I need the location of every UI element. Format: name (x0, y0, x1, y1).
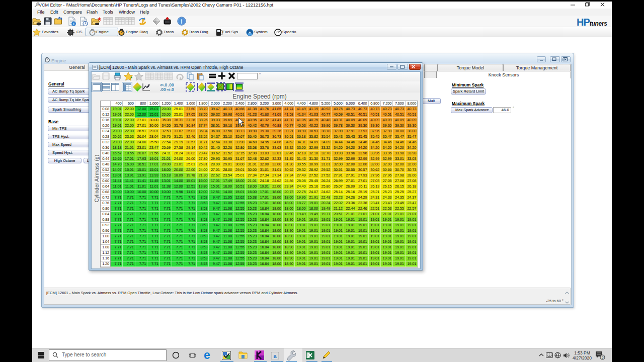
svg-text:i: i (181, 18, 182, 25)
svg-text:i: i (73, 22, 74, 26)
svg-text:2: 2 (601, 355, 603, 360)
svg-text:.00 ⇨.0: .00 ⇨.0 (160, 87, 174, 92)
svg-text:a: a (273, 352, 277, 358)
